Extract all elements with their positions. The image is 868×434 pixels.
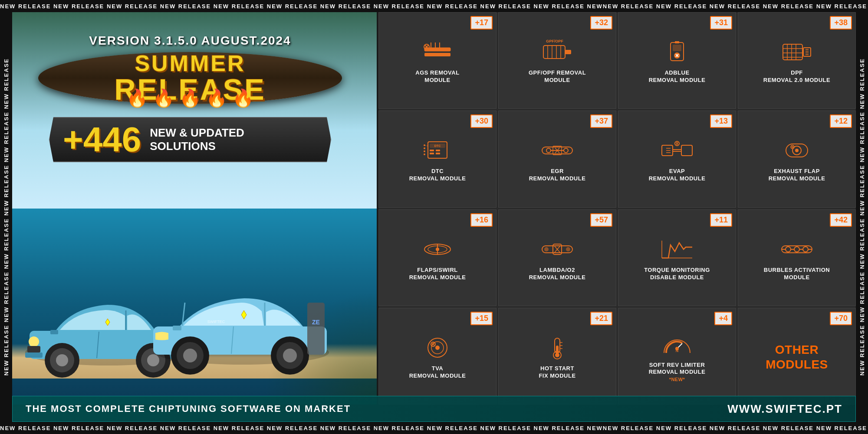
svg-rect-68 (430, 150, 434, 151)
bottom-banner-text-repeat: NEW RELEASE NEW RELEASE NEW RELEASE NEW … (603, 425, 868, 431)
badge-exhaust: +12 (830, 114, 852, 128)
module-name-other: OTHERMODULES (766, 343, 828, 372)
module-exhaust: +12 EXHAUST FLAPREMOVAL MODULE (738, 111, 856, 207)
badge-dtc: +30 (470, 114, 493, 128)
bottom-marquee-banner: NEW RELEASE NEW RELEASE NEW RELEASE NEW … (0, 422, 868, 434)
badge-burbles: +42 (830, 213, 852, 227)
icon-flaps (420, 236, 455, 262)
icon-evap (660, 137, 694, 163)
module-name-flaps: FLAPS/SWIRLREMOVAL MODULE (409, 267, 466, 281)
badge-evap: +13 (710, 114, 732, 128)
svg-point-113 (786, 247, 791, 252)
modules-grid: +17 AGS REMOVALMODULE +32 (378, 12, 856, 405)
top-banner-text-repeat: NEW RELEASE NEW RELEASE NEW RELEASE NEW … (603, 3, 868, 10)
module-name-exhaust: EXHAUST FLAPREMOVAL MODULE (769, 168, 825, 183)
svg-rect-60 (803, 48, 811, 56)
svg-point-135 (675, 347, 679, 350)
svg-rect-70 (430, 153, 434, 154)
icon-gpf: GPF/OPF (540, 39, 575, 65)
module-name-dpf: DPFREMOVAL 2.0 MODULE (763, 69, 830, 84)
module-evap: +13 EVAPREMOVAL MODULE (618, 111, 736, 207)
module-name-dtc: DTCREMOVAL MODULE (409, 168, 466, 183)
module-tva: +15 TVAREMOVAL MODULE (378, 308, 496, 405)
side-banner-right: NEW RELEASE NEW RELEASE NEW RELEASE NEW … (856, 12, 868, 422)
version-label: VERSION 3.1.5.0 AUGUST.2024 (89, 34, 291, 48)
footer-bar: THE MOST COMPLETE CHIPTUNING SOFTWARE ON… (12, 396, 856, 422)
svg-point-74 (424, 150, 425, 152)
svg-point-109 (566, 247, 570, 251)
solutions-label: NEW & UPDATEDSOLUTIONS (150, 126, 244, 153)
footer-tagline: THE MOST COMPLETE CHIPTUNING SOFTWARE ON… (26, 403, 351, 414)
svg-point-108 (544, 247, 549, 251)
badge-tva: +15 (470, 312, 493, 325)
badge-gpf: +32 (590, 16, 612, 29)
badge-ags: +17 (470, 16, 493, 29)
icon-exhaust (779, 137, 814, 163)
icon-adblue (660, 39, 694, 65)
svg-rect-40 (543, 46, 565, 59)
badge-adblue: +31 (710, 16, 732, 29)
svg-rect-45 (565, 50, 571, 54)
badge-flaps: +16 (470, 213, 493, 227)
badge-dpf: +38 (830, 16, 852, 29)
module-name-torque: TORQUE MONITORINGDISABLE MODULE (644, 267, 710, 281)
summer-text: SUMMER (114, 52, 266, 75)
bottom-banner-text: NEW RELEASE NEW RELEASE NEW RELEASE NEW … (0, 425, 603, 431)
module-gpf: +32 GPF/OPF GPF/OPF REMOVALMODULE (498, 12, 616, 109)
svg-rect-71 (436, 153, 440, 154)
icon-ags (420, 39, 455, 65)
module-name-tva: TVAREMOVAL MODULE (409, 365, 466, 380)
module-other: +70 OTHERMODULES (738, 308, 856, 405)
side-banner-right-text: NEW RELEASE NEW RELEASE NEW RELEASE NEW … (859, 58, 865, 375)
svg-point-75 (424, 153, 425, 155)
module-name-hotstart: HOT STARTFIX MODULE (539, 365, 575, 380)
svg-point-79 (564, 148, 568, 153)
flames-decoration: 🔥 🔥 🔥 🔥 🔥 (126, 88, 254, 108)
module-flaps: +16 FLAPS/SWIRLREMOVAL MODULE (378, 209, 496, 306)
module-name-softrev: SOFT REV LIMITERREMOVAL MODULE*NEW* (649, 362, 706, 384)
badge-hotstart: +21 (590, 312, 612, 325)
module-adblue: +31 ADBLUEREMOVAL MODULE (618, 12, 736, 109)
left-section: VERSION 3.1.5.0 AUGUST.2024 SUMMER RELEA… (12, 12, 368, 422)
icon-dpf (779, 39, 814, 65)
svg-rect-129 (556, 346, 559, 355)
module-lambda: +57 LAMBDA/O2REMOVAL MODULE (498, 209, 616, 306)
icon-lambda (540, 236, 575, 262)
svg-point-114 (794, 247, 799, 252)
solutions-count: +446 (63, 122, 141, 157)
icon-egr (540, 137, 575, 163)
module-hotstart: +21 HOT STARTFIX MODULE (498, 308, 616, 405)
module-egr: +37 EGRREMOVAL MODULE (498, 111, 616, 207)
module-name-evap: EVAPREMOVAL MODULE (649, 168, 706, 183)
icon-torque (660, 236, 694, 262)
surfboard-logo: SUMMER RELEASE 🔥 🔥 🔥 🔥 🔥 (38, 52, 342, 104)
module-name-burbles: BURBLES ACTIVATIONMODULE (764, 267, 830, 281)
module-dtc: +30 DTC DTCREMOVAL MODULE (378, 111, 496, 207)
module-burbles: +42 BURBLES ACTIVATIONMODULE (738, 209, 856, 306)
badge-other: +70 (830, 312, 852, 325)
module-torque: +11 TORQUE MONITORINGDISABLE MODULE (618, 209, 736, 306)
footer-website: WWW.SWIFTEC.PT (727, 402, 842, 416)
top-banner-text: NEW RELEASE NEW RELEASE NEW RELEASE NEW … (0, 3, 603, 10)
svg-rect-33 (424, 53, 450, 56)
icon-tva (420, 335, 455, 361)
module-name-ags: AGS REMOVALMODULE (415, 69, 459, 84)
badge-egr: +37 (590, 114, 612, 128)
module-dpf: +38 DPFREMOVAL 2.0 MODULE (738, 12, 856, 109)
icon-dtc: DTC (420, 137, 455, 163)
svg-point-73 (424, 147, 425, 149)
svg-point-96 (795, 149, 799, 152)
badge-torque: +11 (710, 213, 732, 227)
icon-burbles (779, 236, 814, 262)
solutions-counter-box: +446 NEW & UPDATEDSOLUTIONS (49, 117, 331, 162)
svg-rect-69 (436, 150, 440, 151)
side-banner-left-text: NEW RELEASE NEW RELEASE NEW RELEASE NEW … (3, 58, 10, 375)
badge-lambda: +57 (590, 213, 612, 227)
module-name-gpf: GPF/OPF REMOVALMODULE (529, 69, 586, 84)
svg-rect-48 (673, 45, 681, 51)
svg-point-78 (546, 148, 551, 153)
side-banner-left: NEW RELEASE NEW RELEASE NEW RELEASE NEW … (0, 12, 12, 422)
top-marquee-banner: NEW RELEASE NEW RELEASE NEW RELEASE NEW … (0, 0, 868, 12)
module-name-egr: EGRREMOVAL MODULE (529, 168, 586, 183)
svg-rect-52 (675, 41, 679, 43)
